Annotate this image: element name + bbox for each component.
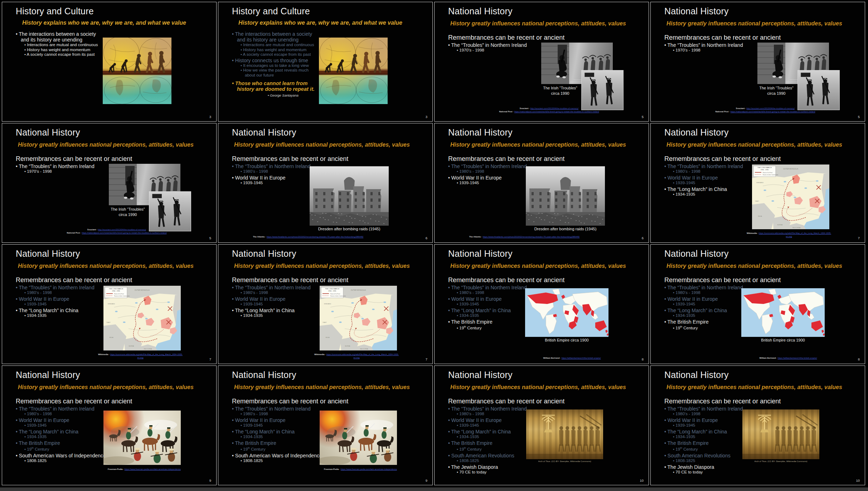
slide-title: National History: [232, 127, 296, 138]
bullet-glyph: •: [232, 417, 235, 423]
page-number: 7: [858, 236, 860, 240]
source-citations: Souciant - http://souciant.com/2013/04/t…: [56, 228, 178, 235]
long-march-map-image: THE LONG MARCH1934 - 1935Route of 1st Fr…: [752, 165, 829, 229]
slide-thumbnail-16[interactable]: National HistoryHistory greatly influenc…: [650, 365, 865, 485]
slide-title: National History: [16, 127, 80, 138]
section-heading: Remembrances can be recent or ancient: [664, 34, 781, 41]
svg-text:Routes of other Communists: Routes of other Communists: [330, 295, 346, 297]
source-line: Souciant - http://souciant.com/2013/04/t…: [704, 107, 826, 110]
svg-text:Route of 1st Front: Route of 1st Front: [114, 293, 124, 295]
source-line: National Post - https://nationalpost.com…: [704, 110, 826, 113]
source-link[interactable]: https://www.freeman-pedia.com/latin-amer…: [125, 468, 181, 470]
bullet-item: • The interactions between a society and…: [16, 31, 102, 43]
bullet-glyph: •: [16, 296, 19, 302]
page-number: 5: [642, 115, 644, 119]
svg-text:Route of 1st Front: Route of 1st Front: [330, 293, 340, 295]
troubles-soldiers-photo: [797, 70, 840, 110]
long-march-map-graphic: THE LONG MARCH1934 - 1935Route of 1st Fr…: [320, 286, 397, 350]
empire-map-caption: British Empire circa 1900: [525, 338, 608, 342]
section-heading: Remembrances can be recent or ancient: [448, 276, 564, 284]
source-link[interactable]: https://nationalpost.com/news/world/is-b…: [731, 111, 815, 113]
source-link[interactable]: https://williambertrand.fr/the-british-e…: [778, 357, 817, 359]
bullet-glyph: •: [16, 308, 19, 313]
troubles-photo-caption: The Irish “Troubles”circa 1990: [753, 85, 800, 96]
section-heading: Remembrances can be recent or ancient: [16, 155, 132, 163]
svg-text:SINKIANG: SINKIANG: [324, 303, 331, 305]
source-link[interactable]: https://commons.wikimedia.org/wiki/File:…: [326, 353, 399, 359]
bullet-glyph: •: [241, 52, 243, 57]
slide-thumbnail-5[interactable]: National HistoryHistory greatly influenc…: [2, 123, 217, 243]
slide-thumbnail-15[interactable]: National HistoryHistory greatly influenc…: [434, 365, 649, 485]
source-citations: Wikimedia - https://commons.wikimedia.or…: [96, 353, 185, 359]
slide-title: National History: [16, 370, 80, 380]
bullet-item: • History connects us through time: [232, 58, 318, 63]
bullet-glyph: •: [232, 429, 235, 434]
source-link[interactable]: https://www.theatlantic.com/photo/2015/0…: [483, 236, 580, 238]
source-link[interactable]: https://nationalpost.com/news/world/is-b…: [82, 232, 167, 234]
slide-thumbnail-10[interactable]: National HistoryHistory greatly influenc…: [218, 244, 433, 364]
source-link[interactable]: https://nationalpost.com/news/world/is-b…: [514, 111, 599, 113]
sub-bullet-item: • History has weight and momentum: [232, 48, 318, 53]
section-heading: Remembrances can be recent or ancient: [448, 398, 564, 405]
slide-thumbnail-11[interactable]: National HistoryHistory greatly influenc…: [434, 244, 649, 364]
page-number: 7: [426, 357, 427, 361]
bullet-item: • The Jewish Diaspora: [664, 464, 780, 470]
source-link[interactable]: https://www.theatlantic.com/photo/2015/0…: [267, 236, 363, 238]
slide-title: National History: [448, 127, 513, 138]
bullet-glyph: •: [448, 319, 451, 325]
bullet-glyph: •: [232, 308, 235, 313]
arch-photo-caption: Arch of Titus. (CC-BY- Steerpike, Wikime…: [742, 460, 819, 462]
sub-bullet-item: • A society cannot escape from its past: [16, 52, 102, 57]
battle-painting-graphic: [103, 411, 181, 465]
section-heading: Remembrances can be recent or ancient: [448, 34, 564, 41]
slide-thumbnail-3[interactable]: National HistoryHistory greatly influenc…: [434, 2, 649, 122]
source-label: William Bertrand: [543, 357, 559, 359]
source-line: William Bertrand - https://williambertra…: [530, 357, 614, 360]
source-link[interactable]: https://williambertrand.fr/the-british-e…: [562, 357, 601, 359]
bullet-glyph: •: [664, 186, 668, 192]
source-line: Souciant - http://souciant.com/2013/04/t…: [488, 107, 610, 110]
svg-text:Route of 1st Front: Route of 1st Front: [763, 172, 772, 173]
svg-text:OUTER MONGOLIA: OUTER MONGOLIA: [783, 168, 799, 170]
troubles-photo-caption: The Irish “Troubles”circa 1990: [105, 207, 151, 217]
source-link[interactable]: https://commons.wikimedia.org/wiki/File:…: [759, 232, 831, 237]
source-link[interactable]: https://commons.wikimedia.org/wiki/File:…: [110, 353, 183, 359]
slide-title: National History: [664, 127, 729, 138]
source-line: Wikimedia - https://commons.wikimedia.or…: [96, 353, 185, 359]
bullet-glyph: •: [664, 319, 668, 325]
slide-title: National History: [664, 370, 729, 380]
slide-thumbnail-14[interactable]: National HistoryHistory greatly influenc…: [218, 365, 433, 485]
slide-thumbnail-4[interactable]: National HistoryHistory greatly influenc…: [650, 2, 865, 122]
sub-bullet-item: • 70 CE to today: [448, 470, 563, 475]
slide-thumbnail-1[interactable]: History and CultureHistory explains who …: [2, 2, 217, 122]
svg-text:INDIA: INDIA: [109, 337, 113, 338]
page-number: 3: [209, 115, 211, 119]
source-link[interactable]: http://souciant.com/2013/04/the-troubles…: [530, 107, 578, 109]
source-link[interactable]: http://souciant.com/2013/04/the-troubles…: [98, 229, 146, 231]
svg-text:OUTER MONGOLIA: OUTER MONGOLIA: [351, 289, 366, 291]
slide-thumbnail-6[interactable]: National HistoryHistory greatly influenc…: [218, 123, 433, 243]
slide-thumbnail-2[interactable]: History and CultureHistory explains who …: [218, 2, 433, 122]
source-line: Freeman-Pedia - https://www.freeman-pedi…: [105, 468, 183, 471]
slide-thumbnail-13[interactable]: National HistoryHistory greatly influenc…: [2, 365, 217, 485]
slide-thumbnail-12[interactable]: National HistoryHistory greatly influenc…: [650, 244, 865, 364]
source-line: The Atlantic - https://www.theatlantic.c…: [231, 235, 385, 239]
slide-thumbnail-9[interactable]: National HistoryHistory greatly influenc…: [2, 244, 217, 364]
slide-title: National History: [664, 6, 729, 16]
source-citations: Wikimedia - https://commons.wikimedia.or…: [312, 353, 401, 359]
source-citations: Freeman-Pedia - https://www.freeman-pedi…: [105, 468, 183, 471]
source-line: Wikimedia - https://commons.wikimedia.or…: [312, 353, 401, 359]
source-link[interactable]: https://www.freeman-pedia.com/latin-amer…: [341, 468, 397, 470]
bullet-glyph: •: [16, 31, 19, 37]
bullet-glyph: •: [664, 175, 668, 181]
svg-text:Routes of other Communists: Routes of other Communists: [114, 295, 130, 297]
source-citations: The Atlantic - https://www.theatlantic.c…: [231, 235, 385, 239]
source-label: National Post: [67, 232, 80, 234]
source-label: Freeman-Pedia: [324, 468, 339, 470]
bullet-glyph: •: [24, 52, 27, 57]
source-link[interactable]: http://souciant.com/2013/04/the-troubles…: [746, 107, 795, 109]
bullet-glyph: •: [664, 406, 668, 412]
slide-thumbnail-7[interactable]: National HistoryHistory greatly influenc…: [434, 123, 649, 243]
slide-thumbnail-8[interactable]: National HistoryHistory greatly influenc…: [650, 123, 865, 243]
british-empire-map-image: [525, 288, 608, 337]
